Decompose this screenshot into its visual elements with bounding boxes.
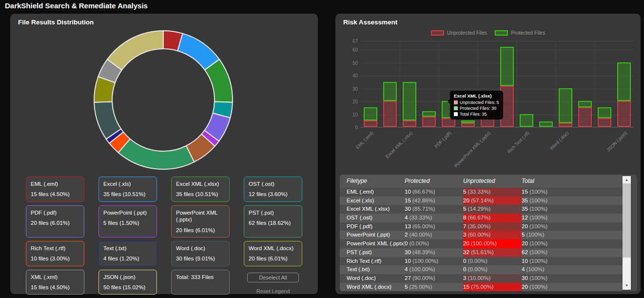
protected-cell: 10 (66.67%) xyxy=(405,188,463,197)
cell-number: 3 xyxy=(463,232,468,238)
bar-unprotected-segment[interactable] xyxy=(617,101,631,127)
y-tick-label: 40 xyxy=(342,73,358,79)
h-gridline xyxy=(361,41,634,41)
bar-unprotected-segment[interactable] xyxy=(403,120,416,127)
tooltip-swatch xyxy=(454,106,458,110)
risk-table-row: Text (.txt)4 (100.00%)0 (0.00%)4 (100%) xyxy=(340,265,623,274)
bar-chart-legend: Unprotected FilesProtected Files xyxy=(431,30,545,36)
file-distribution-donut-chart xyxy=(92,29,234,171)
scroll-down-arrow-icon[interactable]: ▼ xyxy=(623,283,631,289)
cell-percent: (100%) xyxy=(529,258,547,264)
filetype-card-label: PowerPoint (.ppt) xyxy=(103,209,152,216)
total-cell: 4 (100%) xyxy=(522,265,623,274)
filetype-card[interactable]: PowerPoint XML (.pptx)20 files (6.01%) xyxy=(171,205,230,238)
cell-percent: (35.00%) xyxy=(468,223,491,229)
filetype-cell: Word XML (.docx) xyxy=(340,283,405,291)
filetype-card[interactable]: PowerPoint (.ppt)5 files (1.50%) xyxy=(98,205,157,238)
bar-unprotected-segment[interactable] xyxy=(422,117,436,127)
protected-cell: 10 (100.00%) xyxy=(405,257,463,266)
bar-unprotected-segment[interactable] xyxy=(559,123,572,127)
protected-cell: 0 (0.00%) xyxy=(405,239,463,248)
bar-legend-swatch xyxy=(431,30,444,36)
bar-protected-segment[interactable] xyxy=(539,121,553,127)
filetype-card-count: 5 files (1.50%) xyxy=(103,219,152,226)
y-tick-label: 20 xyxy=(342,99,358,104)
y-tick-label: 0 xyxy=(342,125,358,130)
total-cell: 5 (100%) xyxy=(522,231,623,239)
cell-number: 10 xyxy=(405,189,412,195)
risk-table-row: PDF (.pdf)13 (65.00%)7 (35.00%)20 (100%) xyxy=(340,222,623,231)
filetype-card[interactable]: Rich Text (.rtf)10 files (3.00%) xyxy=(26,241,84,266)
bar-legend-item[interactable]: Unprotected Files xyxy=(431,30,487,36)
filetype-card-count: 15 files (4.50%) xyxy=(31,284,79,291)
cell-percent: (33.33%) xyxy=(410,215,432,220)
cell-percent: (57.14%) xyxy=(471,198,494,203)
reset-legend-button[interactable]: Reset Legend xyxy=(256,288,290,294)
unprotected-cell: 5 (33.33%) xyxy=(463,188,522,197)
filetype-card[interactable]: PDF (.pdf)20 files (6.01%) xyxy=(26,205,84,238)
filetype-card[interactable]: Excel (.xls)35 files (10.51%) xyxy=(98,177,157,202)
total-cell: 20 (100%) xyxy=(522,283,623,291)
scroll-up-arrow-icon[interactable]: ▲ xyxy=(623,177,631,183)
bar-protected-segment[interactable] xyxy=(403,82,416,120)
bar-protected-segment[interactable] xyxy=(520,114,533,127)
bar-protected-segment[interactable] xyxy=(617,62,631,101)
tooltip-label: Protected Files: 30 xyxy=(460,106,496,111)
filetype-card-label: Word XML (.docx) xyxy=(249,245,297,252)
protected-cell: 4 (33.33%) xyxy=(405,214,463,222)
filetype-card[interactable]: Word XML (.docx)20 files (6.01%) xyxy=(244,241,302,266)
table-header-cell: Protected xyxy=(405,175,463,188)
risk-table-row: OST (.ost)4 (33.33%)8 (66.67%)12 (100%) xyxy=(340,214,623,222)
filetype-card[interactable]: Excel XML (.xlsx)35 files (10.51%) xyxy=(171,177,230,202)
filetype-card[interactable]: Text (.txt)4 files (1.20%) xyxy=(98,241,157,266)
bar-protected-segment[interactable] xyxy=(383,82,397,101)
v-gridline xyxy=(439,41,439,127)
cell-number: 27 xyxy=(405,275,412,281)
tooltip-row: Protected Files: 30 xyxy=(454,106,499,111)
cell-number: 62 xyxy=(522,249,529,255)
total-cell: 15 (100%) xyxy=(522,188,623,197)
cell-number: 8 xyxy=(463,215,468,220)
filetype-card[interactable]: PST (.pst)62 files (18.62%) xyxy=(244,205,302,238)
cell-number: 30 xyxy=(522,275,529,281)
bar-protected-segment[interactable] xyxy=(422,111,436,117)
bar-unprotected-segment[interactable] xyxy=(598,118,611,127)
filetype-card[interactable]: OST (.ost)12 files (3.60%) xyxy=(244,177,302,202)
cell-percent: (48.39%) xyxy=(412,249,435,255)
protected-cell: 2 (40.00%) xyxy=(405,231,463,239)
cell-number: 20 xyxy=(463,198,471,203)
filetype-card-count: 20 files (6.01%) xyxy=(176,227,225,234)
filetype-card[interactable]: XML (.xml)15 files (4.50%) xyxy=(26,270,84,295)
bar-protected-segment[interactable] xyxy=(559,88,572,123)
filetype-card-label: PowerPoint XML (.pptx) xyxy=(176,209,225,223)
filetype-card-count: 30 files (9.01%) xyxy=(176,255,225,262)
table-header-cell: Total xyxy=(522,175,623,188)
filetype-card[interactable]: JSON (.json)50 files (15.02%) xyxy=(98,270,157,295)
bar-unprotected-segment[interactable] xyxy=(578,107,592,127)
filetype-cell: PowerPoint XML (.pptx) xyxy=(340,239,405,248)
table-scrollbar[interactable]: ▲ ▼ xyxy=(623,176,631,290)
bar-protected-segment[interactable] xyxy=(578,101,592,107)
scrollbar-thumb[interactable] xyxy=(623,183,631,258)
bar-legend-item[interactable]: Protected Files xyxy=(495,30,545,36)
bar-unprotected-segment[interactable] xyxy=(364,120,377,127)
bar-protected-segment[interactable] xyxy=(364,107,377,120)
cell-percent: (51.61%) xyxy=(471,249,494,255)
bar-protected-segment[interactable] xyxy=(500,47,514,85)
tooltip-row: Total Files: 35 xyxy=(454,112,499,117)
tooltip-label: Unprotected Files: 5 xyxy=(460,100,499,105)
bar-protected-segment[interactable] xyxy=(598,107,611,118)
bar-protected-segment[interactable] xyxy=(461,120,475,123)
cell-percent: (0.00%) xyxy=(468,258,488,264)
cell-number: 30 xyxy=(405,249,412,255)
donut-slice[interactable] xyxy=(107,31,163,70)
deselect-all-button[interactable]: Deselect All xyxy=(247,273,299,282)
risk-table-row: PowerPoint XML (.pptx)0 (0.00%)20 (100.0… xyxy=(340,239,623,248)
filetype-card[interactable]: Word (.doc)30 files (9.01%) xyxy=(171,241,230,266)
donut-slice[interactable] xyxy=(118,139,195,169)
cell-percent: (100%) xyxy=(527,266,545,272)
bar-unprotected-segment[interactable] xyxy=(461,123,475,127)
bar-unprotected-segment[interactable] xyxy=(383,101,397,127)
cell-percent: (25.00%) xyxy=(410,284,432,290)
filetype-card[interactable]: EML (.eml)15 files (4.50%) xyxy=(26,177,84,202)
